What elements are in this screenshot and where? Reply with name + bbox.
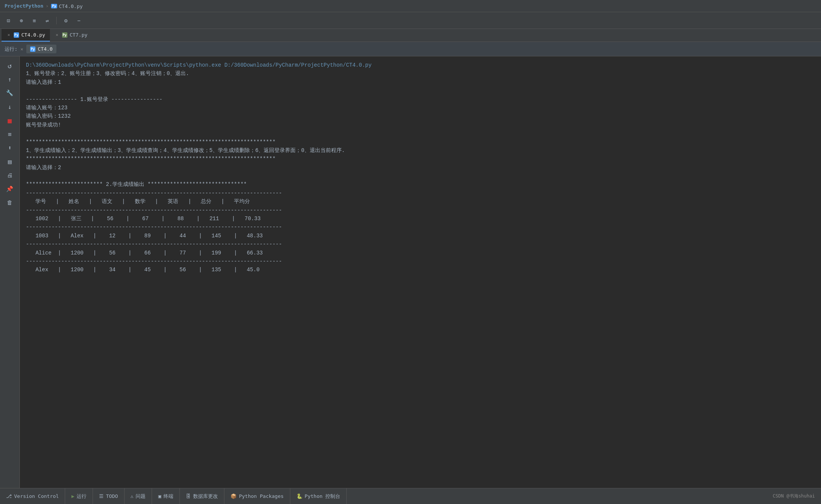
status-item-problems[interactable]: ⚠问题 — [125, 488, 152, 504]
python-packages-icon: 📦 — [230, 493, 237, 499]
stop-btn[interactable]: ■ — [4, 114, 16, 126]
terminal-icon: ▣ — [158, 493, 161, 499]
run-tab-label: CT4.0 — [38, 46, 53, 52]
python-console-label: Python 控制台 — [305, 493, 341, 500]
delete-btn[interactable]: 🗑 — [4, 197, 16, 209]
console-line-24: Alex | 1200 | 34 | 45 | 56 | 135 | 45.0 — [26, 266, 815, 274]
breadcrumb: ProjectPython › Py CT4.0.py — [5, 3, 83, 9]
python-packages-label: Python Packages — [239, 493, 283, 499]
status-bar: ⎇Version Control▶运行☰TODO⚠问题▣终端🗄数据库更改📦Pyt… — [0, 488, 821, 504]
version-control-label: Version Control — [14, 493, 59, 499]
export-btn[interactable]: ⬆ — [4, 142, 16, 154]
status-item-database[interactable]: 🗄数据库更改 — [180, 488, 224, 504]
tab-ct7[interactable]: ✕ Py CT7.py — [50, 29, 92, 42]
tab-close-ct4[interactable]: ✕ — [6, 32, 11, 38]
status-item-python-console[interactable]: 🐍Python 控制台 — [290, 488, 347, 504]
tab-label-ct7: CT7.py — [70, 32, 88, 38]
pin-btn[interactable]: 📌 — [4, 183, 16, 195]
console-line-2: 请输入选择：1 — [26, 78, 815, 86]
format-btn[interactable]: ▤ — [4, 155, 16, 168]
terminal-icon[interactable]: ⊡ — [3, 15, 14, 26]
console-line-3 — [26, 86, 815, 95]
run-label: 运行: — [5, 46, 18, 53]
toolbar-separator-1 — [56, 17, 57, 24]
console-line-19: ----------------------------------------… — [26, 223, 815, 231]
console-line-11: ****************************************… — [26, 155, 815, 163]
run-status-icon: ▶ — [71, 493, 74, 499]
console-line-12: 请输入选择：2 — [26, 163, 815, 172]
list-btn[interactable]: ≡ — [4, 128, 16, 140]
breadcrumb-file: Py CT4.0.py — [51, 3, 83, 9]
python-console-icon: 🐍 — [296, 493, 302, 499]
console-line-6: 请输入密码：1232 — [26, 112, 815, 120]
add-config-icon[interactable]: ⊕ — [16, 15, 27, 26]
rerun-btn[interactable]: ↺ — [4, 59, 16, 72]
console-line-10: 1、学生成绩输入；2、学生成绩输出；3、学生成绩查询；4、学生成绩修改；5、学生… — [26, 146, 815, 155]
status-right-text: CSDN @书海shuhai — [773, 493, 821, 499]
side-toolbar: ↺ ↑ 🔧 ↓ ■ ≡ ⬆ ▤ 🖨 📌 🗑 — [0, 56, 20, 488]
scroll-down-btn[interactable]: ↓ — [4, 101, 16, 113]
console-line-4: ---------------- 1.账号登录 ---------------- — [26, 95, 815, 104]
tab-icon-ct7: Py — [62, 32, 67, 38]
scroll-up-btn[interactable]: ↑ — [4, 73, 16, 85]
run-bar: 运行: ✕ Py CT4.0 — [0, 42, 821, 56]
version-control-icon: ⎇ — [6, 493, 12, 499]
settings-icon[interactable]: ⚙ — [61, 15, 71, 26]
problems-icon: ⚠ — [131, 493, 134, 499]
status-item-terminal[interactable]: ▣终端 — [152, 488, 180, 504]
todo-label: TODO — [106, 493, 118, 499]
console-line-1: 1、账号登录；2、账号注册；3、修改密码；4、账号注销；0、退出. — [26, 69, 815, 78]
run-active-tab[interactable]: Py CT4.0 — [26, 45, 56, 53]
tab-icon-ct4: Py — [14, 32, 19, 38]
status-item-todo[interactable]: ☰TODO — [93, 488, 124, 504]
run-close-btn[interactable]: ✕ — [21, 46, 23, 52]
project-name: ProjectPython — [5, 3, 43, 9]
console-line-20: 1003 | Alex | 12 | 89 | 44 | 145 | 48.33 — [26, 232, 815, 240]
breadcrumb-separator: › — [46, 3, 49, 9]
console-line-15: ----------------------------------------… — [26, 189, 815, 197]
status-item-run-status[interactable]: ▶运行 — [65, 488, 93, 504]
console-line-7: 账号登录成功! — [26, 121, 815, 129]
problems-label: 问题 — [136, 493, 146, 500]
console-line-23: ----------------------------------------… — [26, 257, 815, 266]
wrench-btn[interactable]: 🔧 — [4, 87, 16, 99]
console-line-21: ----------------------------------------… — [26, 240, 815, 248]
console-line-14: ************************ 2.学生成绩输出 ******… — [26, 180, 815, 189]
status-item-version-control[interactable]: ⎇Version Control — [0, 488, 65, 504]
console-line-17: ----------------------------------------… — [26, 206, 815, 214]
console-line-0: D:\360Downloads\PyCharm\ProjectPython\ve… — [26, 61, 815, 69]
console-line-13 — [26, 172, 815, 180]
run-tab-icon: Py — [30, 46, 35, 52]
terminal-label: 终端 — [163, 493, 173, 500]
tab-label-ct4: CT4.0.py — [21, 32, 45, 38]
console-line-5: 请输入账号：123 — [26, 104, 815, 112]
database-icon: 🗄 — [186, 493, 191, 499]
main-toolbar: ⊡ ⊕ ≡ ⇌ ⚙ − — [0, 12, 821, 29]
database-label: 数据库更改 — [193, 493, 218, 500]
tab-close-ct7[interactable]: ✕ — [54, 32, 60, 38]
title-bar: ProjectPython › Py CT4.0.py — [0, 0, 821, 12]
main-layout: ↺ ↑ 🔧 ↓ ■ ≡ ⬆ ▤ 🖨 📌 🗑 D:\360Downloads\Py… — [0, 56, 821, 488]
tab-bar: ✕ Py CT4.0.py ✕ Py CT7.py — [0, 29, 821, 42]
console-line-9: ****************************************… — [26, 138, 815, 146]
todo-icon: ☰ — [99, 493, 104, 499]
console-line-22: Alice | 1200 | 56 | 66 | 77 | 199 | 66.3… — [26, 249, 815, 257]
minus-icon[interactable]: − — [74, 15, 84, 26]
console-line-18: 1002 | 张三 | 56 | 67 | 88 | 211 | 70.33 — [26, 214, 815, 223]
list-icon[interactable]: ≡ — [29, 15, 40, 26]
status-item-python-packages[interactable]: 📦Python Packages — [224, 488, 290, 504]
file-tab-icon: Py CT4.0.py — [51, 3, 83, 9]
console-line-16: 学号 | 姓名 | 语文 | 数学 | 英语 | 总分 | 平均分 — [26, 197, 815, 206]
tab-ct4[interactable]: ✕ Py CT4.0.py — [2, 29, 50, 42]
console-line-8 — [26, 129, 815, 138]
run-status-label: 运行 — [77, 493, 86, 500]
console-output: D:\360Downloads\PyCharm\ProjectPython\ve… — [20, 56, 821, 488]
list-alt-icon[interactable]: ⇌ — [42, 15, 53, 26]
print-btn[interactable]: 🖨 — [4, 169, 16, 181]
